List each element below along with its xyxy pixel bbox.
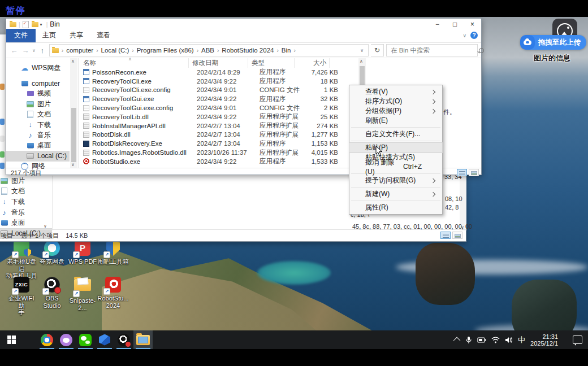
details-view-button[interactable]: [440, 232, 451, 239]
column-header-name[interactable]: ∧名称: [79, 58, 189, 68]
menu-item-give-access[interactable]: 授予访问权限(G): [349, 176, 442, 185]
scroll-up-icon[interactable]: ∧: [360, 59, 363, 64]
sidebar-scroll-down-icon[interactable]: ∨: [44, 224, 47, 229]
volume-icon[interactable]: [505, 337, 513, 343]
file-row[interactable]: PoissonRecon.exe2024/2/14 8:29应用程序7,426 …: [79, 68, 481, 77]
scroll-up-icon[interactable]: ∧: [71, 59, 75, 64]
breadcrumb-item[interactable]: Local (C:): [101, 47, 129, 54]
robotstudio-icon: [83, 158, 89, 164]
breadcrumb-item[interactable]: ABB: [201, 47, 214, 54]
desktop-icon-robotstudio[interactable]: ↗ RobotStu... 2024: [97, 276, 129, 309]
sidebar-item-local-c[interactable]: Local (C:): [6, 151, 70, 161]
sidebar-item-pictures[interactable]: 图片: [6, 99, 70, 109]
breadcrumb-item[interactable]: computer: [66, 47, 93, 54]
letterbox-bottom: [0, 349, 588, 366]
start-button[interactable]: [0, 330, 23, 349]
menu-item-sort-by[interactable]: 排序方式(O): [349, 97, 442, 106]
menu-item-new[interactable]: 新建(W): [349, 189, 442, 199]
menu-item-group-by[interactable]: 分组依据(P): [349, 106, 442, 116]
picture-icon: [1, 177, 8, 184]
column-header-size[interactable]: 大小: [295, 58, 330, 68]
wifi-icon[interactable]: [491, 337, 500, 343]
details-view-button[interactable]: [457, 169, 467, 176]
menu-item-paste[interactable]: 粘贴(P): [349, 143, 442, 152]
sidebar-item-videos[interactable]: 视频: [6, 89, 70, 99]
search-input[interactable]: [390, 46, 479, 54]
history-dropdown-icon[interactable]: ∨: [32, 48, 36, 53]
sidebar-item-music[interactable]: ♪音乐: [0, 207, 52, 218]
thumbnail-view-button[interactable]: [469, 169, 479, 176]
menu-item-customize-folder[interactable]: 自定义文件夹(F)...: [349, 129, 442, 139]
menu-item-view[interactable]: 查看(V): [349, 87, 442, 97]
tab-home[interactable]: 主页: [36, 29, 63, 42]
sidebar-scrollbar[interactable]: ∧ ∨: [70, 58, 77, 168]
breadcrumb-item[interactable]: Bin: [282, 47, 291, 54]
qat-dropdown-icon[interactable]: ▾: [40, 22, 42, 27]
search-box[interactable]: [386, 44, 478, 56]
preview-text-fragment: 45, 8c, 88, 77, 03, cc, 01, 00, 00, 00, …: [352, 223, 472, 230]
column-header-date[interactable]: 修改日期: [189, 58, 248, 68]
tray-expand-icon[interactable]: [453, 337, 461, 345]
taskbar-app-robotstudio[interactable]: [95, 330, 114, 349]
microphone-icon[interactable]: [465, 336, 472, 344]
address-breadcrumb[interactable]: › computer› Local (C:)› Program Files (x…: [49, 44, 369, 56]
taskbar-app-wechat[interactable]: [76, 330, 95, 349]
breadcrumb-item[interactable]: Program Files (x86): [137, 47, 194, 54]
taskbar-app-chrome[interactable]: [37, 330, 57, 349]
tab-file[interactable]: 文件: [6, 29, 36, 42]
sidebar-item-documents[interactable]: 文档: [6, 110, 70, 120]
desktop-icon-zxic-wifi[interactable]: ZXIC↗ 企业WIFI助 手: [6, 276, 37, 316]
taskbar-app-obs[interactable]: [114, 330, 133, 349]
notification-center-icon[interactable]: [573, 336, 582, 344]
desktop-icon-quark[interactable]: ↗ 夸克网盘: [36, 239, 68, 265]
menu-item-undo-delete[interactable]: 撤消 删除(U)Ctrl+Z: [349, 162, 442, 172]
refresh-icon[interactable]: ↻: [371, 44, 384, 56]
column-header-type[interactable]: 类型: [248, 58, 295, 68]
close-button[interactable]: ×: [464, 19, 481, 30]
taskbar-app-explorer[interactable]: [133, 330, 153, 349]
sidebar-item-desktop[interactable]: 桌面: [6, 141, 70, 151]
config-file-icon: [83, 105, 89, 111]
sidebar-item-downloads[interactable]: ↓下载: [6, 120, 70, 130]
taskbar-clock[interactable]: 21:31 2025/12/1: [530, 333, 558, 347]
up-icon[interactable]: ↑: [38, 46, 47, 55]
help-icon[interactable]: ?: [470, 32, 478, 39]
minimize-button[interactable]: −: [429, 19, 446, 30]
back-icon[interactable]: ←: [10, 46, 19, 55]
breadcrumb-item[interactable]: RobotStudio 2024: [222, 47, 274, 54]
taskbar-app-cat[interactable]: [57, 330, 76, 349]
window-title: Bin: [50, 20, 59, 28]
ime-indicator[interactable]: 中: [518, 335, 525, 345]
scroll-down-icon[interactable]: ∨: [71, 162, 75, 167]
picture-icon: [27, 101, 34, 107]
image-info-caption: 图片的信息: [534, 53, 570, 63]
title-bar[interactable]: | ▾ | Bin − □ ×: [6, 19, 481, 30]
scroll-thumb[interactable]: [71, 108, 76, 162]
menu-item-properties[interactable]: 属性(R): [349, 203, 442, 212]
desktop-icon-obs-studio[interactable]: ↗ OBS Studio: [36, 276, 68, 309]
folder-icon: [52, 48, 59, 53]
menu-item-refresh[interactable]: 刷新(E): [349, 116, 442, 125]
address-dropdown-icon[interactable]: ∨: [358, 48, 366, 53]
battery-icon[interactable]: [477, 337, 486, 343]
sidebar-item-music[interactable]: ♪音乐: [6, 130, 70, 140]
sidebar-item-computer[interactable]: computer: [6, 78, 70, 88]
desktop-icon-laomaotao[interactable]: ↗ 老毛桃U盘启 动装机工具: [6, 239, 37, 280]
forward-icon[interactable]: →: [21, 46, 30, 55]
tab-view[interactable]: 查看: [90, 29, 117, 42]
sidebar-item-documents[interactable]: 文档: [0, 186, 52, 197]
thumbnail-view-button[interactable]: [452, 232, 462, 239]
desktop-icon-wps-pdf[interactable]: P↗ WPS PDF: [67, 239, 98, 265]
properties-check-icon[interactable]: [23, 21, 29, 28]
sidebar-item-downloads[interactable]: ↓下载: [0, 197, 52, 207]
desktop-icon-tuba-toolbox[interactable]: ↗ 图吧工具箱: [97, 239, 129, 265]
screen: 图片 文档 ↓下载 ♪音乐 桌面 Local (C:) ∨ ∨ 项目 选中 1 …: [0, 0, 588, 366]
tab-share[interactable]: 共享: [63, 29, 90, 42]
new-folder-icon[interactable]: [32, 22, 38, 27]
desktop-icon-snipaste[interactable]: ↗ Snipaste-2...: [67, 276, 98, 311]
maximize-button[interactable]: □: [446, 19, 464, 30]
document-icon: [1, 188, 8, 195]
sidebar-item-wps-cloud[interactable]: ☁WPS网盘: [6, 63, 70, 73]
ribbon-expand-icon[interactable]: ∨: [462, 33, 466, 38]
upload-drop-button[interactable]: 拖拽至此上传: [520, 35, 586, 50]
